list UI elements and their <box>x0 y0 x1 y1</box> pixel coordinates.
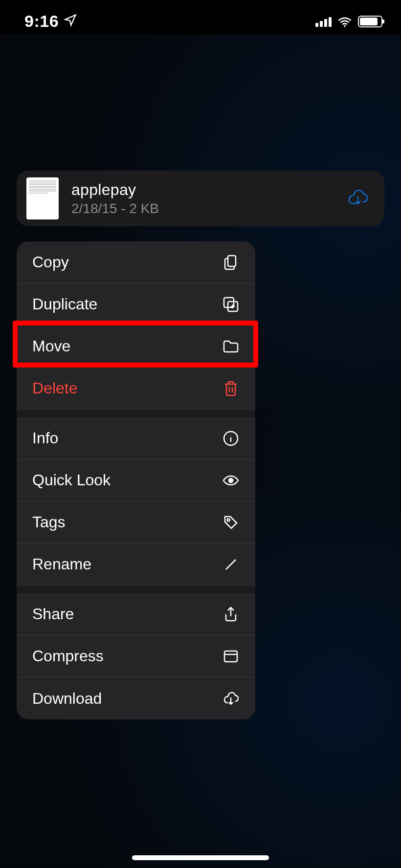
menu-item-info[interactable]: Info <box>17 417 255 459</box>
menu-item-label: Compress <box>32 647 104 665</box>
pencil-icon <box>222 556 240 573</box>
archive-icon <box>222 648 240 665</box>
file-metadata: 2/18/15 - 2 KB <box>71 201 334 217</box>
svg-point-5 <box>227 519 230 521</box>
svg-point-4 <box>229 478 233 482</box>
menu-item-label: Rename <box>32 555 91 573</box>
menu-item-label: Duplicate <box>32 295 97 313</box>
menu-item-label: Download <box>32 690 102 708</box>
file-preview-card[interactable]: applepay 2/18/15 - 2 KB <box>17 171 384 226</box>
status-bar: 9:16 <box>0 0 401 38</box>
svg-rect-6 <box>224 651 237 662</box>
menu-item-share[interactable]: Share <box>17 593 255 635</box>
battery-icon <box>358 16 382 27</box>
menu-item-delete[interactable]: Delete <box>17 368 255 410</box>
menu-item-label: Tags <box>32 513 66 531</box>
menu-item-label: Info <box>32 429 58 447</box>
trash-icon <box>222 380 240 397</box>
duplicate-icon <box>222 296 240 313</box>
menu-item-compress[interactable]: Compress <box>17 635 255 677</box>
cloud-down-icon <box>222 690 240 707</box>
svg-rect-0 <box>228 256 236 266</box>
eye-icon <box>222 472 240 489</box>
menu-item-label: Copy <box>32 253 69 271</box>
menu-item-label: Quick Look <box>32 471 111 489</box>
location-icon <box>64 12 77 31</box>
cellular-signal-icon <box>315 16 332 27</box>
status-time: 9:16 <box>24 12 59 31</box>
file-thumbnail <box>26 177 59 219</box>
tag-icon <box>222 514 240 531</box>
file-name: applepay <box>71 181 334 199</box>
home-indicator[interactable] <box>132 855 269 860</box>
cloud-download-icon[interactable] <box>347 188 369 209</box>
share-icon <box>222 606 240 623</box>
context-menu: Copy Duplicate Move Delete Info Quick Lo… <box>17 241 255 719</box>
menu-item-duplicate[interactable]: Duplicate <box>17 283 255 326</box>
wifi-icon <box>337 12 352 31</box>
menu-item-label: Move <box>32 337 70 355</box>
menu-item-label: Delete <box>32 379 78 397</box>
folder-icon <box>222 338 240 355</box>
menu-item-copy[interactable]: Copy <box>17 241 255 283</box>
copy-icon <box>222 254 240 271</box>
menu-item-label: Share <box>32 605 74 623</box>
menu-separator <box>17 410 255 417</box>
info-icon <box>222 430 240 447</box>
menu-item-download[interactable]: Download <box>17 677 255 719</box>
menu-item-rename[interactable]: Rename <box>17 543 255 586</box>
menu-item-move[interactable]: Move <box>17 326 255 368</box>
menu-item-tags[interactable]: Tags <box>17 501 255 543</box>
menu-separator <box>17 586 255 593</box>
menu-item-quicklook[interactable]: Quick Look <box>17 459 255 501</box>
